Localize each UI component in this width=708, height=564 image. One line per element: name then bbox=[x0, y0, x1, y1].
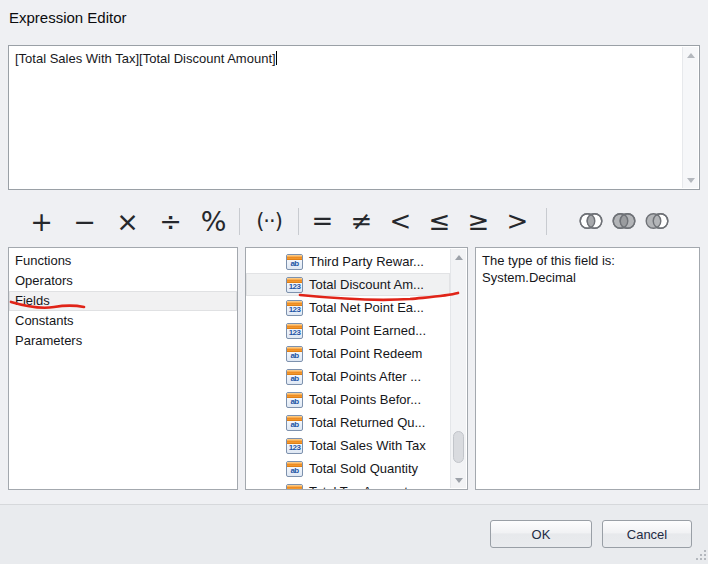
category-item[interactable]: Functions bbox=[9, 251, 237, 271]
expression-editor-dialog: Expression Editor [Total Sales With Tax]… bbox=[0, 0, 708, 564]
comparison-button[interactable]: = bbox=[303, 201, 342, 241]
category-item[interactable]: Operators bbox=[9, 271, 237, 291]
field-info-panel: The type of this field is: System.Decima… bbox=[475, 247, 700, 490]
venn-left-circle-icon[interactable] bbox=[640, 201, 673, 241]
field-type-icon: ab bbox=[286, 369, 303, 385]
text-cursor-icon bbox=[276, 51, 277, 65]
field-item[interactable]: 123 Total Sales With Tax bbox=[246, 434, 450, 457]
field-item[interactable]: 123 Total Net Point Ea... bbox=[246, 296, 450, 319]
comparison-button[interactable]: ≥ bbox=[459, 201, 498, 241]
field-type-caption: The type of this field is: bbox=[482, 252, 693, 269]
scroll-up-icon[interactable] bbox=[451, 249, 466, 265]
field-type-icon: ab bbox=[286, 415, 303, 431]
comparison-button[interactable]: ≠ bbox=[342, 201, 381, 241]
ok-button[interactable]: OK bbox=[490, 520, 592, 548]
field-type-icon: 123 bbox=[286, 277, 303, 293]
field-item[interactable]: ab Total Sold Quantity bbox=[246, 457, 450, 480]
comparison-button[interactable]: ≤ bbox=[420, 201, 459, 241]
toolbar-separator bbox=[239, 208, 240, 235]
category-item[interactable]: Constants bbox=[9, 311, 237, 331]
expression-input[interactable]: [Total Sales With Tax][Total Discount Am… bbox=[8, 45, 700, 190]
field-type-icon: 123 bbox=[286, 323, 303, 339]
category-item[interactable]: Fields bbox=[9, 291, 237, 311]
fields-scrollbar[interactable] bbox=[450, 249, 466, 488]
scrollbar-thumb[interactable] bbox=[453, 431, 464, 463]
expression-text: [Total Sales With Tax][Total Discount Am… bbox=[15, 51, 675, 66]
category-item[interactable]: Parameters bbox=[9, 331, 237, 351]
field-type-icon: ab bbox=[286, 254, 303, 270]
scroll-down-icon[interactable] bbox=[451, 472, 466, 488]
field-item[interactable]: ab Total Points After ... bbox=[246, 365, 450, 388]
category-list-panel: Functions Operators Fields Constants Par… bbox=[8, 247, 238, 490]
field-item[interactable]: ab Third Party Rewar... bbox=[246, 250, 450, 273]
field-type-icon: ab bbox=[286, 392, 303, 408]
operator-button[interactable]: − bbox=[63, 201, 106, 241]
field-item[interactable]: ab Total Point Redeem bbox=[246, 342, 450, 365]
fields-list-panel: ab Third Party Rewar... 123 Total Discou… bbox=[245, 247, 468, 490]
toolbar-separator bbox=[298, 208, 299, 235]
parentheses-button[interactable]: (··) bbox=[244, 201, 294, 241]
venn-intersection-icon[interactable] bbox=[574, 201, 607, 241]
operator-button[interactable]: ÷ bbox=[149, 201, 192, 241]
venn-union-icon[interactable] bbox=[607, 201, 640, 241]
editor-scrollbar[interactable] bbox=[682, 47, 698, 188]
category-list: Functions Operators Fields Constants Par… bbox=[9, 248, 237, 351]
field-type-icon: 123 bbox=[286, 484, 303, 490]
comparison-operator-group: =≠<≤≥> bbox=[303, 201, 537, 241]
operator-button[interactable]: × bbox=[106, 201, 149, 241]
cancel-button[interactable]: Cancel bbox=[602, 520, 692, 548]
field-type-icon: ab bbox=[286, 461, 303, 477]
field-type-icon: 123 bbox=[286, 438, 303, 454]
scroll-up-icon[interactable] bbox=[683, 47, 698, 63]
comparison-button[interactable]: > bbox=[498, 201, 537, 241]
field-type-icon: ab bbox=[286, 346, 303, 362]
toolbar-separator bbox=[546, 208, 547, 235]
field-item[interactable]: ab Total Returned Qu... bbox=[246, 411, 450, 434]
resize-grip-icon[interactable] bbox=[694, 549, 707, 562]
scroll-down-icon[interactable] bbox=[683, 172, 698, 188]
operator-toolbar: +−×÷% (··) =≠<≤≥> bbox=[8, 198, 702, 244]
field-item[interactable]: 123 Total Tax Amount bbox=[246, 480, 450, 489]
dialog-title: Expression Editor bbox=[9, 9, 127, 26]
operator-button[interactable]: + bbox=[20, 201, 63, 241]
field-type-value: System.Decimal bbox=[482, 269, 693, 286]
arithmetic-operator-group: +−×÷% bbox=[20, 201, 235, 241]
field-item[interactable]: 123 Total Point Earned... bbox=[246, 319, 450, 342]
field-item[interactable]: 123 Total Discount Am... bbox=[246, 273, 450, 296]
field-type-icon: 123 bbox=[286, 300, 303, 316]
fields-list: ab Third Party Rewar... 123 Total Discou… bbox=[246, 248, 450, 489]
operator-button[interactable]: % bbox=[192, 201, 235, 241]
comparison-button[interactable]: < bbox=[381, 201, 420, 241]
field-item[interactable]: ab Total Points Befor... bbox=[246, 388, 450, 411]
